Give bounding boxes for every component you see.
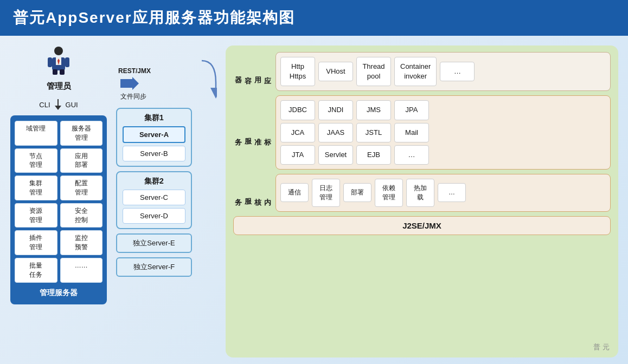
- mgmt-title: 管理服务器: [40, 288, 78, 298]
- server-c-item: Server-C: [123, 190, 185, 205]
- ejb-item: EJB: [356, 145, 391, 165]
- jms-item: JMS: [356, 100, 391, 120]
- std-services-section: 标准服务 JDBC JNDI JMS JPA JCA JAAS JSTL Mai…: [233, 95, 611, 170]
- mgmt-item-cluster: 集群管理: [15, 176, 57, 200]
- deploy-item: 部署: [343, 183, 371, 202]
- svg-rect-4: [53, 69, 57, 75]
- mgmt-item-monitor: 监控预警: [60, 230, 103, 255]
- core-services-section: 内核服务 通信 日志管理 部署 依赖管理 热加载 …: [233, 174, 611, 212]
- down-arrow-icon: [55, 99, 61, 110]
- mgmt-item-security: 安全控制: [60, 203, 103, 228]
- cluster1-title: 集群1: [123, 113, 185, 123]
- std-services-content: JDBC JNDI JMS JPA JCA JAAS JSTL Mail JTA…: [275, 95, 611, 170]
- svg-rect-3: [65, 57, 69, 67]
- std-row-3: JTA Servlet EJB …: [280, 145, 606, 165]
- mgmt-item-plugin: 插件管理: [15, 230, 57, 255]
- mgmt-item-server: 服务器管理: [60, 121, 103, 146]
- core-more-item: …: [438, 183, 466, 202]
- j2se-jmx-bar: J2SE/JMX: [233, 216, 611, 235]
- http-https-item: HttpHttps: [280, 57, 315, 86]
- svg-rect-5: [60, 69, 65, 75]
- admin-figure-icon: [46, 46, 72, 79]
- watermark: 普 元: [593, 342, 610, 352]
- mail-item: Mail: [394, 123, 429, 142]
- cluster2-title: 集群2: [123, 177, 185, 186]
- right-arrow-icon: [120, 76, 140, 91]
- app-container-more-item: …: [440, 62, 475, 81]
- jstl-item: JSTL: [356, 123, 391, 142]
- hot-reload-item: 热加载: [406, 179, 434, 207]
- cluster1-box: 集群1 Server-A Server-B: [116, 108, 192, 167]
- mgmt-server-box: 域管理 服务器管理 节点管理 应用部署 集群管理 配置管理 资源管理 安全控制 …: [10, 115, 107, 304]
- tongxin-item: 通信: [280, 183, 309, 202]
- jpa-item: JPA: [394, 100, 429, 120]
- left-panel: 管理员 CLI GUI 域管理 服务器管理 节点管理 应用部署 集群管理 配: [10, 46, 107, 358]
- cli-gui-row: CLI GUI: [39, 99, 78, 110]
- jdbc-item: JDBC: [280, 100, 315, 120]
- content-area: 管理员 CLI GUI 域管理 服务器管理 节点管理 应用部署 集群管理 配: [0, 36, 628, 363]
- mgmt-item-node: 节点管理: [15, 148, 57, 173]
- mgmt-grid: 域管理 服务器管理 节点管理 应用部署 集群管理 配置管理 资源管理 安全控制 …: [15, 121, 102, 283]
- core-services-label: 内核服务: [233, 174, 272, 212]
- gui-label: GUI: [66, 101, 78, 109]
- server-a-item: Server-A: [123, 126, 185, 143]
- server-b-item: Server-B: [123, 146, 185, 161]
- app-container-content: HttpHttps VHost Threadpool Containerinvo…: [275, 52, 611, 91]
- rest-jmx-label: REST/JMX: [118, 67, 151, 75]
- standalone-server-f: 独立Server-F: [116, 257, 192, 277]
- server-d-item: Server-D: [123, 208, 185, 224]
- servlet-item: Servlet: [318, 145, 353, 165]
- svg-point-0: [54, 47, 63, 55]
- std-row-1: JDBC JNDI JMS JPA: [280, 100, 606, 120]
- jta-item: JTA: [280, 145, 315, 165]
- header: 普元AppServer应用服务器功能架构图: [0, 0, 628, 36]
- mgmt-item-config: 配置管理: [60, 176, 103, 200]
- mgmt-item-more: ……: [60, 258, 103, 283]
- thread-pool-item: Threadpool: [356, 57, 391, 86]
- mgmt-item-batch: 批量任务: [15, 258, 57, 283]
- vhost-item: VHost: [318, 62, 353, 81]
- std-more-item: …: [394, 145, 429, 165]
- mgmt-item-resource: 资源管理: [15, 203, 57, 228]
- middle-panel: REST/JMX 文件同步 集群1 Server-A Server-B 集群2 …: [116, 46, 192, 358]
- jndi-item: JNDI: [318, 100, 353, 120]
- admin-label: 管理员: [47, 81, 71, 92]
- app-container-section: 应用容器 HttpHttps VHost Threadpool Containe…: [233, 52, 611, 91]
- big-connector-arrow-icon: [201, 50, 217, 115]
- arrow-connector: [201, 46, 217, 358]
- file-sync-label: 文件同步: [120, 92, 146, 101]
- dep-mgmt-item: 依赖管理: [375, 179, 403, 207]
- svg-rect-2: [48, 57, 52, 67]
- cluster2-box: 集群2 Server-C Server-D: [116, 171, 192, 229]
- log-mgmt-item: 日志管理: [312, 179, 340, 207]
- container-invoker-item: Containerinvoker: [394, 57, 437, 86]
- jca-item: JCA: [280, 123, 315, 142]
- mgmt-item-domain: 域管理: [15, 121, 57, 146]
- app-container-label: 应用容器: [233, 52, 272, 91]
- standalone-server-e: 独立Server-E: [116, 233, 192, 253]
- core-services-content: 通信 日志管理 部署 依赖管理 热加载 …: [275, 174, 611, 212]
- rest-jmx-section: REST/JMX 文件同步: [116, 67, 192, 101]
- cli-label: CLI: [39, 101, 50, 109]
- right-panel: 应用容器 HttpHttps VHost Threadpool Containe…: [226, 46, 618, 358]
- mgmt-item-deploy: 应用部署: [60, 148, 103, 173]
- header-title: 普元AppServer应用服务器功能架构图: [13, 9, 295, 26]
- jaas-item: JAAS: [318, 123, 353, 142]
- main-container: 普元AppServer应用服务器功能架构图: [0, 0, 628, 364]
- admin-section: 管理员: [46, 46, 72, 92]
- svg-marker-8: [120, 77, 139, 90]
- std-services-label: 标准服务: [233, 95, 272, 170]
- std-row-2: JCA JAAS JSTL Mail: [280, 123, 606, 142]
